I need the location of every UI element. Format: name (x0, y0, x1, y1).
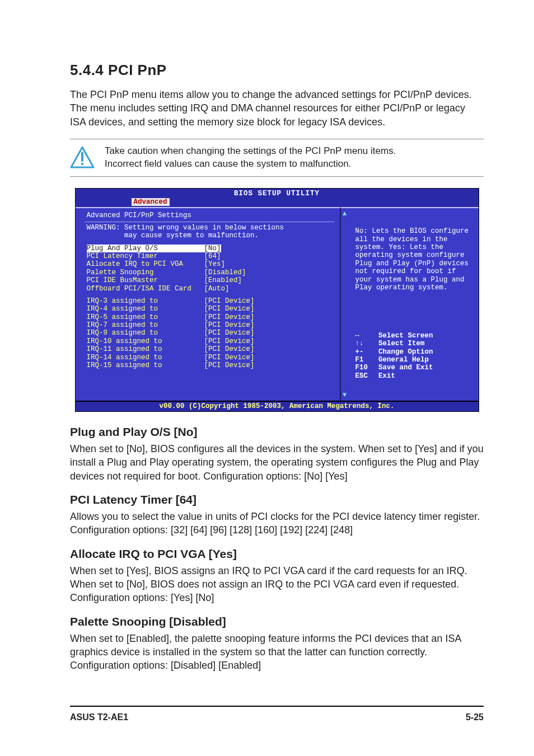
bios-option-name: Allocate IRQ to PCI VGA (87, 260, 204, 268)
bios-key-legend-row: F10 Save and Exit (355, 364, 473, 372)
caution-callout: Take caution when changing the settings … (70, 139, 484, 177)
bios-option-name: IRQ-10 assigned to (87, 337, 204, 345)
bios-irq-row[interactable]: IRQ-9 assigned to[PCI Device] (87, 329, 334, 337)
bios-option-name: IRQ-9 assigned to (87, 329, 204, 337)
subsection-body: When set to [Enabled], the palette snoop… (70, 632, 484, 673)
bios-irq-row[interactable]: IRQ-11 assigned to[PCI Device] (87, 345, 334, 353)
page-footer: ASUS T2-AE1 5-25 (70, 706, 484, 722)
subsection-body: When set to [Yes], BIOS assigns an IRQ t… (70, 564, 484, 605)
bios-option-value: [PCI Device] (204, 305, 255, 313)
bios-key-label: Change Option (374, 348, 433, 356)
caution-line-2: Incorrect field values can cause the sys… (105, 158, 484, 171)
bios-key-name: F10 (355, 364, 374, 372)
bios-key-legend-row: F1 General Help (355, 356, 473, 364)
bios-key-label: Save and Exit (374, 364, 433, 372)
bios-tab-advanced[interactable]: Advanced (132, 198, 170, 206)
bios-context-help: No: Lets the BIOS configure all the devi… (355, 227, 473, 292)
bios-option-value: [Auto] (204, 285, 229, 293)
caution-line-1: Take caution when changing the settings … (105, 145, 484, 158)
bios-irq-row[interactable]: IRQ-7 assigned to[PCI Device] (87, 321, 334, 329)
caution-icon (70, 146, 95, 168)
bios-key-label: Select Item (374, 340, 425, 348)
scroll-up-icon[interactable]: ▲ (343, 210, 346, 217)
bios-key-name: ↑↓ (355, 340, 374, 348)
bios-scrollbar[interactable]: ▲ ▼ (341, 207, 349, 401)
footer-product: ASUS T2-AE1 (70, 712, 128, 722)
bios-key-label: General Help (374, 356, 429, 364)
bios-option-value: [PCI Device] (204, 313, 255, 321)
bios-subheading: Advanced PCI/PnP Settings (87, 212, 334, 219)
subsection-heading: Palette Snooping [Disabled] (70, 615, 484, 628)
bios-key-legend-row: ESC Exit (355, 372, 473, 380)
bios-option-value: [PCI Device] (204, 321, 255, 329)
bios-irq-row[interactable]: IRQ-10 assigned to[PCI Device] (87, 337, 334, 345)
bios-key-name: ESC (355, 372, 374, 380)
bios-option-name: IRQ-3 assigned to (87, 297, 204, 305)
bios-tabs: Advanced (76, 198, 479, 206)
bios-irq-row[interactable]: IRQ-14 assigned to[PCI Device] (87, 354, 334, 361)
bios-option-name: IRQ-14 assigned to (87, 354, 204, 361)
bios-option-value: [Yes] (204, 260, 226, 268)
bios-option-value: [PCI Device] (204, 354, 255, 361)
bios-key-label: Select Screen (374, 332, 433, 340)
subsection-heading: Plug and Play O/S [No] (70, 425, 484, 439)
bios-key-label: Exit (374, 372, 396, 380)
svg-point-2 (81, 163, 83, 165)
footer-page-number: 5-25 (466, 712, 484, 722)
bios-key-legend-row: +- Change Option (355, 348, 473, 356)
bios-right-panel: No: Lets the BIOS configure all the devi… (349, 207, 479, 401)
bios-option-value: [PCI Device] (204, 361, 255, 369)
bios-option-name: Offboard PCI/ISA IDE Card (87, 285, 204, 293)
bios-key-name: +- (355, 348, 374, 356)
bios-title: BIOS SETUP UTILITY (76, 189, 479, 198)
bios-option-row[interactable]: PCI IDE BusMaster[Enabled] (87, 276, 334, 284)
bios-option-value: [PCI Device] (204, 297, 255, 305)
bios-option-value: [PCI Device] (204, 345, 255, 353)
bios-option-row[interactable]: Plug And Play O/S[No] (87, 245, 334, 252)
bios-option-name: IRQ-5 assigned to (87, 313, 204, 321)
bios-irq-row[interactable]: IRQ-15 assigned to[PCI Device] (87, 361, 334, 369)
bios-warning-line-1: WARNING: Setting wrong values in below s… (87, 224, 334, 232)
bios-option-name: IRQ-15 assigned to (87, 361, 204, 369)
bios-option-name: PCI Latency Timer (87, 252, 204, 260)
bios-warning-line-2: may cause system to malfunction. (87, 232, 334, 240)
bios-option-value: [Disabled] (204, 269, 246, 276)
bios-option-value: [No] (204, 245, 221, 252)
intro-paragraph: The PCI PnP menu items allow you to chan… (70, 88, 484, 129)
subsection-heading: Allocate IRQ to PCI VGA [Yes] (70, 547, 484, 561)
subsection-body: Allows you to select the value in units … (70, 510, 484, 537)
bios-option-name: IRQ-11 assigned to (87, 345, 204, 353)
bios-option-row[interactable]: Allocate IRQ to PCI VGA[Yes] (87, 260, 334, 268)
bios-key-name: F1 (355, 356, 374, 364)
bios-key-legend-row: ↑↓ Select Item (355, 340, 473, 348)
bios-option-name: PCI IDE BusMaster (87, 276, 204, 284)
bios-key-legend-row: ↔ Select Screen (355, 332, 473, 340)
bios-option-row[interactable]: Palette Snooping[Disabled] (87, 269, 334, 276)
bios-irq-row[interactable]: IRQ-4 assigned to[PCI Device] (87, 305, 334, 313)
bios-option-value: [PCI Device] (204, 329, 255, 337)
bios-screenshot: BIOS SETUP UTILITY Advanced Advanced PCI… (75, 188, 479, 412)
bios-option-value: [Enabled] (204, 276, 242, 284)
subsection-body: When set to [No], BIOS configures all th… (70, 442, 484, 483)
bios-option-value: [PCI Device] (204, 337, 255, 345)
bios-option-name: Palette Snooping (87, 269, 204, 276)
subsection-heading: PCI Latency Timer [64] (70, 493, 484, 506)
bios-option-row[interactable]: Offboard PCI/ISA IDE Card[Auto] (87, 285, 334, 293)
scroll-down-icon[interactable]: ▼ (343, 392, 346, 398)
bios-irq-row[interactable]: IRQ-5 assigned to[PCI Device] (87, 313, 334, 321)
bios-copyright: v00.00 (C)Copyright 1985-2003, American … (76, 401, 479, 411)
bios-key-name: ↔ (355, 332, 374, 340)
bios-option-name: IRQ-4 assigned to (87, 305, 204, 313)
section-heading: 5.4.4 PCI PnP (70, 62, 484, 79)
bios-option-row[interactable]: PCI Latency Timer[64] (87, 252, 334, 260)
bios-left-panel: Advanced PCI/PnP Settings WARNING: Setti… (76, 207, 341, 401)
bios-option-name: IRQ-7 assigned to (87, 321, 204, 329)
bios-option-name: Plug And Play O/S (87, 245, 204, 252)
bios-option-value: [64] (204, 252, 221, 260)
bios-irq-row[interactable]: IRQ-3 assigned to[PCI Device] (87, 297, 334, 305)
